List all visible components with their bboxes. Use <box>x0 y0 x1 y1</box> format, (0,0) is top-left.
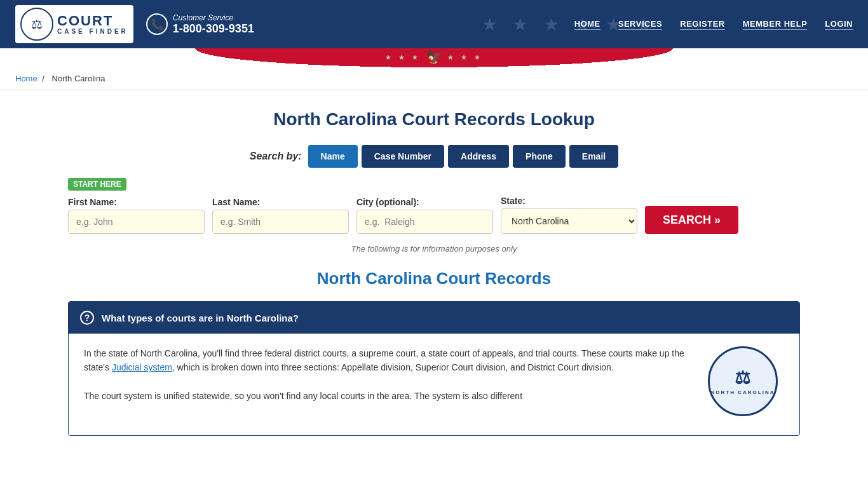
first-name-input[interactable] <box>68 210 205 234</box>
main-content: North Carolina Court Records Lookup Sear… <box>53 90 815 449</box>
tab-case-number[interactable]: Case Number <box>362 145 444 168</box>
logo-seal-icon: ⚖ <box>20 8 53 41</box>
nc-seal-label: NORTH CAROLINA <box>711 390 775 395</box>
city-label: City (optional): <box>356 197 493 207</box>
tab-phone[interactable]: Phone <box>513 145 566 168</box>
nav-member-help[interactable]: MEMBER HELP <box>743 19 808 30</box>
cs-text: Customer Service 1-800-309-9351 <box>173 13 254 36</box>
arc-banner: ★ ★ ★ 🦅 ★ ★ ★ <box>0 48 868 67</box>
nav-services[interactable]: SERVICES <box>618 19 663 30</box>
nav-login[interactable]: LOGIN <box>825 19 853 30</box>
form-section: START HERE First Name: Last Name: City (… <box>68 178 800 234</box>
nav-register[interactable]: REGISTER <box>680 19 724 30</box>
tab-email[interactable]: Email <box>569 145 618 168</box>
breadcrumb: Home / North Carolina <box>0 67 868 90</box>
tab-name[interactable]: Name <box>308 145 358 168</box>
eagle-icon: 🦅 <box>426 50 442 65</box>
city-input[interactable] <box>356 210 493 234</box>
search-by-label: Search by: <box>250 151 302 162</box>
search-form: First Name: Last Name: City (optional): … <box>68 196 800 234</box>
faq-item: ? What types of courts are in North Caro… <box>68 301 800 436</box>
customer-service: 📞 Customer Service 1-800-309-9351 <box>146 13 254 36</box>
logo-court-label: COURT <box>57 14 113 28</box>
last-name-label: Last Name: <box>212 197 349 207</box>
phone-icon: 📞 <box>146 13 168 35</box>
tab-address[interactable]: Address <box>448 145 509 168</box>
nc-seal-icon: ⚖ <box>735 367 751 388</box>
info-text: The following is for information purpose… <box>68 244 800 254</box>
faq-text-2: , which is broken down into three sectio… <box>172 362 614 372</box>
main-nav: HOME SERVICES REGISTER MEMBER HELP LOGIN <box>574 19 853 30</box>
state-group: State: North Carolina Alabama Alaska Ari… <box>501 196 637 234</box>
faq-paragraph-1: In the state of North Carolina, you'll f… <box>84 346 695 375</box>
cs-phone: 1-800-309-9351 <box>173 22 254 36</box>
nc-seal: ⚖ NORTH CAROLINA <box>708 346 778 416</box>
cs-label: Customer Service <box>173 13 254 22</box>
breadcrumb-home[interactable]: Home <box>15 74 37 83</box>
first-name-label: First Name: <box>68 197 205 207</box>
breadcrumb-current: North Carolina <box>52 74 105 83</box>
city-group: City (optional): <box>356 197 493 234</box>
faq-question-icon: ? <box>80 311 94 325</box>
start-here-badge: START HERE <box>68 178 126 191</box>
logo-case-label: CASE FINDER <box>57 28 128 35</box>
nav-home[interactable]: HOME <box>574 19 600 30</box>
header: ⚖ COURT CASE FINDER 📞 Customer Service 1… <box>0 0 868 48</box>
last-name-input[interactable] <box>212 210 349 234</box>
logo: ⚖ COURT CASE FINDER <box>15 5 133 43</box>
logo-text: COURT CASE FINDER <box>57 14 128 35</box>
stars-left: ★ ★ ★ <box>385 53 421 62</box>
page-title: North Carolina Court Records Lookup <box>68 109 800 130</box>
faq-body: In the state of North Carolina, you'll f… <box>69 334 799 435</box>
judicial-system-link[interactable]: Judicial system <box>112 362 172 372</box>
breadcrumb-separator: / <box>42 74 44 83</box>
faq-text: In the state of North Carolina, you'll f… <box>84 346 695 423</box>
state-label: State: <box>501 196 637 206</box>
state-select[interactable]: North Carolina Alabama Alaska Arizona Ar… <box>501 208 637 234</box>
search-button[interactable]: SEARCH » <box>645 206 738 234</box>
faq-image: ⚖ NORTH CAROLINA <box>708 346 784 423</box>
search-bar: Search by: Name Case Number Address Phon… <box>68 145 800 168</box>
eagle-banner: ★ ★ ★ 🦅 ★ ★ ★ <box>385 50 482 65</box>
first-name-group: First Name: <box>68 197 205 234</box>
stars-right: ★ ★ ★ <box>447 53 483 62</box>
section-title: North Carolina Court Records <box>68 269 800 288</box>
last-name-group: Last Name: <box>212 197 349 234</box>
header-left: ⚖ COURT CASE FINDER 📞 Customer Service 1… <box>15 5 254 43</box>
faq-question: What types of courts are in North Caroli… <box>102 313 299 323</box>
faq-header[interactable]: ? What types of courts are in North Caro… <box>69 302 799 334</box>
faq-paragraph-2: The court system is unified statewide, s… <box>84 389 695 403</box>
